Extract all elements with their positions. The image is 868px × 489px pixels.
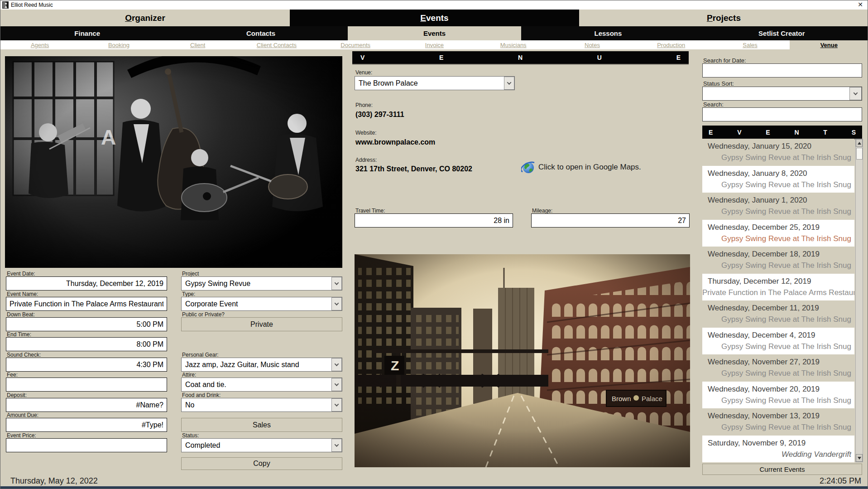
scrollbar-thumb[interactable] [856, 148, 863, 160]
down-beat-label: Down Beat: [7, 311, 35, 318]
project-select[interactable]: Gypsy Swing Revue [181, 276, 342, 290]
subtab-events[interactable]: Events [348, 26, 521, 40]
event-list-item[interactable]: Wednesday, December 4, 2019Gypsy Swing R… [702, 328, 854, 355]
event-list-date: Wednesday, December 18, 2019 [702, 247, 854, 259]
event-list-item[interactable]: Wednesday, December 18, 2019Gypsy Swing … [702, 247, 854, 274]
venue-photo: Brown Palace Z [355, 254, 690, 467]
events-scrollbar[interactable] [855, 139, 863, 462]
nav-link-musicians[interactable]: Musicians [474, 40, 553, 49]
chevron-down-icon[interactable] [331, 297, 342, 310]
event-list-item[interactable]: Wednesday, December 25, 2019Gypsy Swing … [702, 220, 854, 247]
event-list-item[interactable]: Wednesday, January 1, 2020Gypsy Swing Re… [702, 193, 854, 220]
venue-select[interactable]: The Brown Palace [355, 76, 515, 90]
tab-projects[interactable]: Projects [579, 10, 868, 26]
end-time-field[interactable] [6, 337, 167, 351]
public-private-button[interactable]: Private [181, 317, 342, 331]
subtab-setlist-creator[interactable]: Setlist Creator [695, 26, 868, 40]
nav-link-notes[interactable]: Notes [553, 40, 632, 49]
status-bar-time: 2:24:05 PM [820, 476, 861, 486]
project-value: Gypsy Swing Revue [182, 280, 331, 288]
attire-label: Attire: [182, 372, 196, 378]
chevron-down-icon[interactable] [504, 77, 514, 90]
copy-button[interactable]: Copy [181, 457, 342, 470]
event-list-item[interactable]: Wednesday, December 11, 2019Gypsy Swing … [702, 300, 854, 328]
event-date-field[interactable] [6, 276, 167, 290]
event-list-item[interactable]: Wednesday, November 20, 2019Gypsy Swing … [702, 382, 854, 409]
nav-link-booking[interactable]: Booking [79, 40, 158, 49]
event-price-field[interactable] [6, 438, 167, 452]
sound-check-field[interactable] [6, 358, 167, 372]
search-for-date-input[interactable] [702, 63, 862, 77]
status-bar-date: Thursday, May 12, 2022 [10, 476, 98, 486]
event-list-item[interactable]: Wednesday, November 27, 2019Gypsy Swing … [702, 354, 854, 382]
header-letter: V [737, 129, 741, 136]
header-letter: V [360, 54, 364, 61]
phone-value: (303) 297-3111 [355, 111, 404, 119]
status-label: Status: [182, 432, 199, 439]
globe-icon [521, 160, 536, 175]
project-label: Project [182, 271, 199, 277]
event-list-date: Saturday, November 9, 2019 [702, 436, 854, 448]
type-select[interactable]: Corporate Event [181, 297, 342, 311]
event-list-title: Gypsy Swing Revue at The Irish Snug [702, 313, 854, 324]
food-drink-select[interactable]: No [181, 398, 342, 412]
tab-organizer[interactable]: Organizer [0, 10, 290, 26]
search-for-date-label: Search for Date: [703, 57, 746, 64]
nav-link-client[interactable]: Client [158, 40, 237, 49]
mileage-field[interactable] [531, 213, 690, 228]
subtab-lessons[interactable]: Lessons [521, 26, 695, 40]
subtab-contacts[interactable]: Contacts [174, 26, 347, 40]
app-window: Elliot Reed Music ✕ OrganizerEventsProje… [0, 0, 868, 489]
scroll-up-button[interactable] [856, 139, 863, 147]
chevron-down-icon[interactable] [849, 87, 862, 100]
travel-time-field[interactable] [355, 213, 513, 228]
status-value: Completed [182, 441, 331, 450]
event-date-label: Event Date: [7, 271, 35, 277]
sales-button[interactable]: Sales [181, 418, 342, 432]
event-list-item[interactable]: Wednesday, January 8, 2020Gypsy Swing Re… [702, 166, 854, 193]
mileage-label: Mileage: [532, 208, 552, 214]
current-events-button[interactable]: Current Events [702, 464, 862, 475]
header-letter: U [597, 54, 602, 61]
event-list-item[interactable]: Thursday, December 12, 2019Private Funct… [702, 274, 854, 301]
status-sort-select[interactable] [702, 87, 862, 101]
fee-field[interactable] [6, 378, 167, 392]
search-input[interactable] [702, 107, 862, 121]
event-list-date: Wednesday, December 11, 2019 [702, 300, 854, 313]
address-value: 321 17th Street, Denver, CO 80202 [355, 165, 472, 173]
nav-link-client-contacts[interactable]: Client Contacts [237, 40, 316, 49]
event-list-date: Wednesday, November 13, 2019 [702, 408, 854, 421]
personal-gear-select[interactable]: Jazz amp, Jazz Guitar, Music stand [181, 358, 342, 372]
status-select[interactable]: Completed [181, 438, 342, 452]
close-icon[interactable]: ✕ [856, 1, 865, 8]
deposit-field[interactable] [6, 398, 167, 412]
nav-link-documents[interactable]: Documents [316, 40, 395, 49]
type-label: Type: [182, 291, 195, 297]
event-list-item[interactable]: Wednesday, January 15, 2020Gypsy Swing R… [702, 139, 854, 166]
scroll-down-button[interactable] [856, 454, 863, 462]
event-list-title: Gypsy Swing Revue at The Irish Snug [702, 205, 854, 216]
google-maps-link[interactable]: Click to open in Google Maps. [521, 160, 641, 175]
tab-events[interactable]: Events [290, 10, 579, 26]
event-name-field[interactable] [6, 297, 167, 311]
chevron-down-icon[interactable] [331, 378, 342, 391]
chevron-down-icon[interactable] [331, 439, 342, 452]
nav-link-invoice[interactable]: Invoice [395, 40, 474, 49]
attire-select[interactable]: Coat and tie. [181, 378, 342, 392]
chevron-down-icon[interactable] [331, 277, 342, 290]
event-list-item[interactable]: Wednesday, November 13, 2019Gypsy Swing … [702, 408, 854, 436]
nav-link-sales[interactable]: Sales [710, 40, 789, 49]
header-letter: N [794, 129, 799, 136]
nav-link-venue[interactable]: Venue [790, 40, 868, 49]
event-list-item[interactable]: Saturday, November 9, 2019Wedding Vander… [702, 436, 854, 463]
chevron-down-icon[interactable] [331, 398, 342, 412]
food-drink-value: No [182, 401, 331, 409]
amount-due-field[interactable] [6, 418, 167, 432]
chevron-down-icon[interactable] [331, 358, 342, 371]
nav-link-agents[interactable]: Agents [0, 40, 79, 49]
nav-link-production[interactable]: Production [632, 40, 710, 49]
event-list-date: Wednesday, December 25, 2019 [702, 220, 854, 232]
deposit-label: Deposit: [7, 392, 27, 398]
down-beat-field[interactable] [6, 317, 167, 331]
subtab-finance[interactable]: Finance [0, 26, 174, 40]
